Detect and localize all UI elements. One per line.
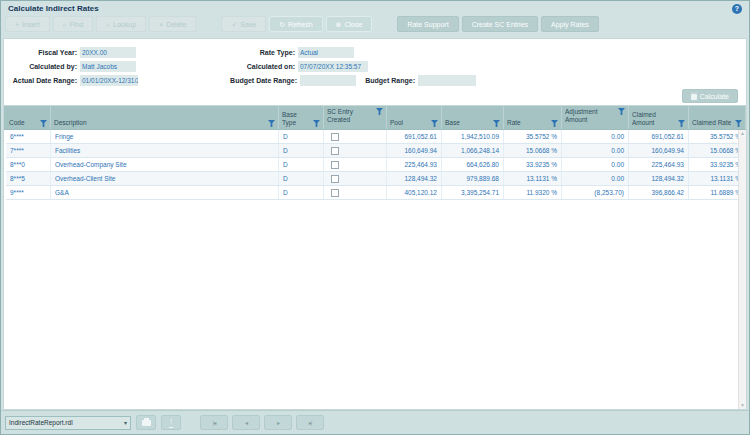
cell-code: 9**** (6, 186, 51, 199)
sc-entry-checkbox[interactable] (331, 133, 339, 141)
scroll-up-icon[interactable]: ▲ (740, 131, 745, 136)
table-row[interactable]: 9****G&AD405,120.123,395,254.7111.9320 %… (6, 186, 746, 200)
cell-rate: 15.0668 % (504, 144, 562, 157)
fiscal-year-field[interactable]: 20XX.00 (80, 47, 136, 58)
last-page-button[interactable]: ▸| (296, 415, 324, 430)
grid-body: 6****FringeD691,052.611,942,510.0935.575… (4, 130, 746, 200)
cell-rate: 11.9320 % (504, 186, 562, 199)
table-row[interactable]: 7****FacilitiesD160,649.941,066,248.1415… (6, 144, 746, 158)
delete-button: ×Delete (149, 16, 196, 32)
cell-code: 6**** (6, 130, 51, 143)
close-button-label: Close (344, 21, 362, 28)
find-button: ⌕Find (53, 16, 94, 32)
cell-description: Overhead-Company Site (51, 158, 279, 171)
column-header-label: Code (9, 119, 25, 127)
cell-sc_entry_created (324, 130, 387, 143)
table-row[interactable]: 6****FringeD691,052.611,942,510.0935.575… (6, 130, 746, 144)
lookup-button: ⌕Lookup (96, 16, 146, 32)
report-bar: IndirectRateReport.rdl ↑ |◂◂▸▸| (1, 410, 749, 434)
column-header-code[interactable]: Code (6, 106, 51, 129)
cell-sc_entry_created (324, 186, 387, 199)
cell-base: 1,942,510.09 (442, 130, 504, 143)
calculate-row: Calculate (4, 87, 746, 105)
refresh-button[interactable]: ↻Refresh (269, 16, 322, 32)
filter-icon[interactable] (40, 120, 47, 127)
calculate-button[interactable]: Calculate (682, 89, 738, 103)
filter-icon[interactable] (618, 108, 625, 115)
calculated-by-label: Calculated by: (4, 63, 80, 70)
report-selector[interactable]: IndirectRateReport.rdl (5, 416, 131, 430)
filter-icon[interactable] (313, 120, 320, 127)
toolbar: +Insert⌕Find⌕Lookup×Delete✓Save↻Refresh⊗… (1, 15, 749, 38)
create-sc-entries-button[interactable]: Create SC Entries (462, 16, 538, 32)
apply-rates-button[interactable]: Apply Rates (541, 16, 599, 32)
last-page-icon: ▸| (309, 419, 312, 426)
sc-entry-checkbox[interactable] (331, 175, 339, 183)
column-header-label: Base Type (282, 111, 311, 127)
filter-icon[interactable] (678, 120, 685, 127)
column-header-base[interactable]: Base (442, 106, 504, 129)
budget-range-field[interactable] (418, 75, 476, 86)
cell-rate: 33.9235 % (504, 158, 562, 171)
column-header-adjustment_amount[interactable]: Adjustment Amount (562, 106, 629, 129)
filter-icon[interactable] (551, 120, 558, 127)
first-page-button[interactable]: |◂ (200, 415, 228, 430)
cell-base_type: D (279, 158, 324, 171)
next-page-button[interactable]: ▸ (264, 415, 292, 430)
rate-type-field[interactable]: Actual (298, 47, 354, 58)
rate-support-button-label: Rate Support (407, 21, 448, 28)
sc-entry-checkbox[interactable] (331, 147, 339, 155)
chevron-down-icon (124, 419, 127, 426)
actual-date-range-field[interactable]: 01/01/20XX-12/31/20XX (80, 75, 138, 86)
print-button[interactable] (136, 415, 156, 430)
vertical-scrollbar[interactable]: ▲ ▼ (738, 130, 746, 409)
content-panel: Fiscal Year: 20XX.00 Rate Type: Actual C… (3, 38, 747, 410)
filter-icon[interactable] (268, 120, 275, 127)
apply-rates-button-label: Apply Rates (551, 21, 589, 28)
filter-icon[interactable] (493, 120, 500, 127)
cell-base: 979,889.68 (442, 172, 504, 185)
cell-base: 3,395,254.71 (442, 186, 504, 199)
calculated-on-label: Calculated on: (136, 63, 298, 70)
column-header-label: Base (445, 119, 460, 127)
calculated-by-field[interactable]: Matt Jacobs (80, 61, 136, 72)
column-header-base_type[interactable]: Base Type (279, 106, 324, 129)
cell-base_type: D (279, 186, 324, 199)
column-header-sc_entry_created[interactable]: SC Entry Created (324, 106, 387, 129)
cell-pool: 160,649.94 (387, 144, 442, 157)
export-button[interactable]: ↑ (161, 415, 181, 430)
cell-description: Facilities (51, 144, 279, 157)
sc-entry-checkbox[interactable] (331, 161, 339, 169)
filter-icon[interactable] (735, 120, 742, 127)
column-header-label: SC Entry Created (327, 108, 374, 124)
filter-icon[interactable] (376, 108, 383, 115)
rate-support-button[interactable]: Rate Support (397, 16, 458, 32)
budget-date-range-field[interactable] (300, 75, 356, 86)
cell-code: 8***0 (6, 158, 51, 171)
x-icon: × (159, 21, 163, 28)
next-page-icon: ▸ (277, 419, 279, 426)
insert-button: +Insert (5, 16, 50, 32)
close-button[interactable]: ⊗Close (326, 16, 373, 32)
cell-claimed_amount: 160,649.94 (629, 144, 689, 157)
column-header-claimed_amount[interactable]: Claimed Amount (629, 106, 689, 129)
scroll-down-icon[interactable]: ▼ (740, 403, 745, 408)
calculated-on-field[interactable]: 07/07/20XX 12:35:57 (298, 61, 368, 72)
help-icon[interactable]: ? (732, 4, 742, 14)
cell-adjustment_amount: 0.00 (562, 158, 629, 171)
save-button-label: Save (240, 21, 256, 28)
column-header-claimed_rate[interactable]: Claimed Rate (689, 106, 746, 129)
column-header-description[interactable]: Description (51, 106, 279, 129)
cell-rate: 35.5752 % (504, 130, 562, 143)
filter-icon[interactable] (431, 120, 438, 127)
column-header-label: Pool (390, 119, 403, 127)
grid-header-row: CodeDescriptionBase TypeSC Entry Created… (4, 106, 746, 130)
previous-page-button[interactable]: ◂ (232, 415, 260, 430)
rate-type-label: Rate Type: (136, 49, 298, 56)
column-header-rate[interactable]: Rate (504, 106, 562, 129)
column-header-pool[interactable]: Pool (387, 106, 442, 129)
cell-claimed_amount: 691,052.61 (629, 130, 689, 143)
sc-entry-checkbox[interactable] (331, 189, 339, 197)
table-row[interactable]: 8***5Overhead-Client SiteD128,494.32979,… (6, 172, 746, 186)
table-row[interactable]: 8***0Overhead-Company SiteD225,464.93664… (6, 158, 746, 172)
